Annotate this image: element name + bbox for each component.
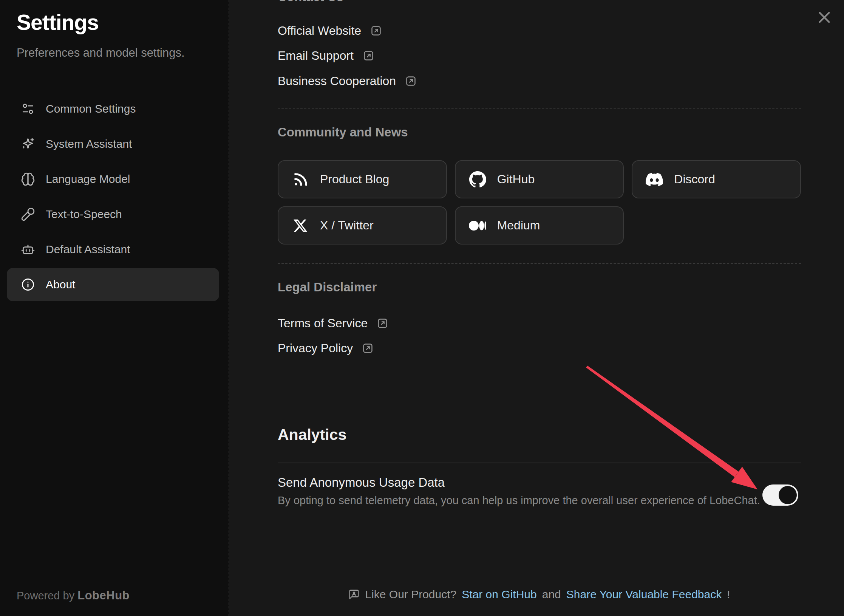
section-divider bbox=[278, 263, 801, 264]
brain-icon bbox=[21, 172, 35, 186]
usage-data-description: By opting to send telemetry data, you ca… bbox=[278, 494, 760, 507]
footer-text: and bbox=[542, 588, 561, 601]
sidebar-item-label: About bbox=[46, 278, 75, 291]
settings-modal: Settings Preferences and model settings.… bbox=[0, 0, 844, 616]
button-label: GitHub bbox=[497, 172, 535, 186]
discord-button[interactable]: Discord bbox=[632, 160, 801, 198]
analytics-heading: Analytics bbox=[278, 426, 346, 444]
rss-icon bbox=[291, 170, 309, 189]
button-label: X / Twitter bbox=[320, 218, 374, 232]
medium-button[interactable]: Medium bbox=[455, 206, 624, 245]
about-panel: Contact Us Official Website Email Suppor… bbox=[229, 0, 844, 616]
discord-icon bbox=[645, 170, 663, 189]
sidebar-item-label: System Assistant bbox=[46, 138, 132, 150]
usage-data-toggle[interactable] bbox=[762, 484, 798, 506]
lobehub-brand: LobeHub bbox=[77, 589, 130, 602]
usage-data-label: Send Anonymous Usage Data bbox=[278, 475, 445, 490]
external-link-icon bbox=[370, 25, 382, 37]
sidebar-item-label: Text-to-Speech bbox=[46, 208, 122, 221]
legal-heading: Legal Disclaimer bbox=[278, 280, 377, 294]
sidebar-item-label: Default Assistant bbox=[46, 243, 130, 256]
link-label: Privacy Policy bbox=[278, 341, 353, 355]
sidebar-item-common-settings[interactable]: Common Settings bbox=[7, 92, 219, 125]
section-divider bbox=[278, 108, 801, 109]
contact-heading: Contact Us bbox=[278, 0, 343, 4]
sidebar-item-about[interactable]: About bbox=[7, 268, 219, 301]
star-on-github-link[interactable]: Star on GitHub bbox=[462, 588, 536, 601]
mic-icon bbox=[21, 207, 35, 221]
close-button[interactable] bbox=[815, 8, 834, 27]
business-cooperation-link[interactable]: Business Cooperation bbox=[278, 73, 417, 89]
settings-sidebar: Settings Preferences and model settings.… bbox=[0, 0, 229, 616]
button-label: Discord bbox=[674, 172, 715, 186]
terms-of-service-link[interactable]: Terms of Service bbox=[278, 315, 388, 331]
share-feedback-link[interactable]: Share Your Valuable Feedback bbox=[566, 588, 722, 601]
external-link-icon bbox=[377, 317, 388, 329]
external-link-icon bbox=[405, 75, 417, 87]
link-label: Official Website bbox=[278, 24, 361, 38]
footer-text: ! bbox=[727, 588, 730, 601]
link-label: Email Support bbox=[278, 49, 354, 63]
bot-icon bbox=[21, 242, 35, 257]
community-heading: Community and News bbox=[278, 125, 408, 139]
sidebar-item-label: Language Model bbox=[46, 173, 130, 186]
powered-by-text: Powered by bbox=[17, 590, 74, 602]
link-label: Business Cooperation bbox=[278, 74, 396, 88]
close-icon bbox=[816, 9, 832, 25]
sliders-icon bbox=[21, 102, 35, 116]
official-website-link[interactable]: Official Website bbox=[278, 22, 382, 39]
sidebar-item-language-model[interactable]: Language Model bbox=[7, 163, 219, 196]
feedback-bubble-icon bbox=[348, 589, 360, 600]
external-link-icon bbox=[363, 50, 374, 62]
x-icon bbox=[291, 217, 309, 235]
github-icon bbox=[468, 170, 487, 189]
sidebar-item-default-assistant[interactable]: Default Assistant bbox=[7, 233, 219, 266]
medium-icon bbox=[468, 217, 487, 235]
section-divider bbox=[278, 463, 801, 463]
community-buttons: Product Blog GitHub Discord bbox=[278, 160, 801, 245]
toggle-knob bbox=[779, 486, 797, 504]
product-blog-button[interactable]: Product Blog bbox=[278, 160, 447, 198]
sidebar-nav: Common Settings System Assistant Languag… bbox=[7, 92, 219, 301]
sidebar-item-system-assistant[interactable]: System Assistant bbox=[7, 127, 219, 161]
info-icon bbox=[21, 277, 35, 292]
page-title: Settings bbox=[17, 10, 99, 35]
button-label: Product Blog bbox=[320, 172, 389, 186]
page-subtitle: Preferences and model settings. bbox=[17, 46, 185, 60]
footer-text: Like Our Product? bbox=[365, 588, 456, 601]
powered-by: Powered by LobeHub bbox=[17, 589, 130, 602]
button-label: Medium bbox=[497, 218, 540, 232]
privacy-policy-link[interactable]: Privacy Policy bbox=[278, 340, 374, 356]
external-link-icon bbox=[362, 342, 374, 354]
sidebar-item-text-to-speech[interactable]: Text-to-Speech bbox=[7, 198, 219, 231]
link-label: Terms of Service bbox=[278, 316, 368, 330]
footer-note: Like Our Product? Star on GitHub and Sha… bbox=[278, 588, 801, 601]
x-twitter-button[interactable]: X / Twitter bbox=[278, 206, 447, 245]
github-button[interactable]: GitHub bbox=[455, 160, 624, 198]
sparkles-icon bbox=[21, 137, 35, 151]
email-support-link[interactable]: Email Support bbox=[278, 47, 374, 64]
sidebar-item-label: Common Settings bbox=[46, 102, 136, 115]
